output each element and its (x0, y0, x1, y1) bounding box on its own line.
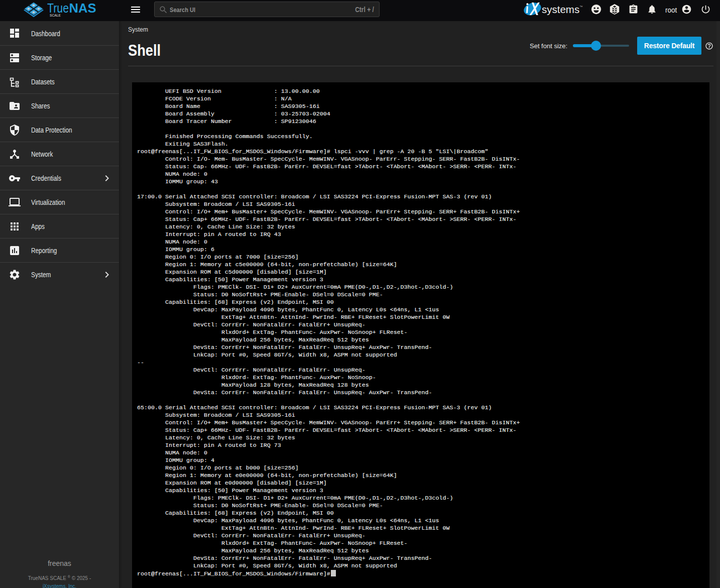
svg-text:SCALE: SCALE (50, 14, 61, 17)
svg-text:NAS: NAS (69, 1, 96, 15)
svg-text:systems: systems (542, 4, 579, 15)
svg-text:™: ™ (579, 5, 583, 9)
svg-text:True: True (47, 1, 69, 15)
